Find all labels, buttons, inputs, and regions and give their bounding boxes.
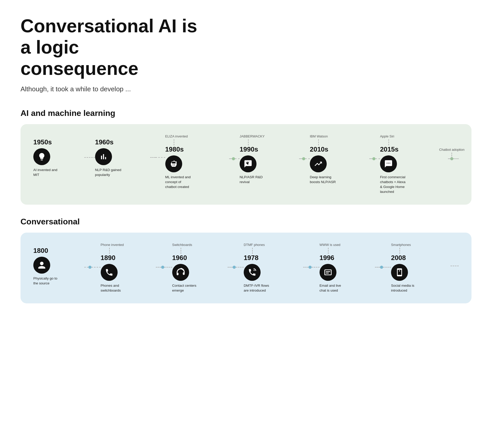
cv-node-1800: x 1800 Physically go to the source: [33, 243, 84, 293]
cv-above-2008: Smartphones: [391, 243, 411, 254]
ai-year-1980: 1980s: [165, 145, 184, 153]
ai-icon-1980: [165, 155, 182, 172]
cv-icon-1960: [172, 264, 189, 281]
cv-year-1996: 1996: [320, 254, 334, 262]
ai-node-1980: ELIZA invented 1980s ML invented and con…: [165, 134, 229, 194]
conv-timeline-box: x 1800 Physically go to the source: [20, 233, 471, 303]
cv-year-1960: 1960: [172, 254, 187, 262]
ai-desc-2010: Deep learning boosts NLP/ASR: [310, 175, 338, 185]
cv-desc-1978: DMTF-IVR flows are introduced: [244, 283, 272, 293]
ai-above-label-1990: JABBERWACKY: [240, 134, 265, 145]
cv-desc-1800: Physically go to the source: [33, 276, 61, 286]
ai-above-label-1960: x: [95, 134, 97, 138]
conv-timeline: x 1800 Physically go to the source: [33, 243, 459, 293]
cv-smart-label: Smartphones: [391, 243, 411, 247]
cv-spacer-3: [228, 243, 244, 293]
ai-chatbot-label: Chatbot adoption: [439, 148, 465, 152]
cv-above-1960: Switchboards: [172, 243, 192, 254]
ai-section: AI and machine learning x 1950s AI inven…: [20, 108, 471, 205]
cv-spacer-5: [375, 243, 391, 293]
cv-icon-1996: [320, 264, 336, 281]
ai-year-1950: 1950s: [33, 138, 52, 146]
cv-above-1890: Phone invented: [101, 243, 124, 254]
ai-icon-2010: [310, 155, 327, 172]
svg-point-2: [399, 270, 400, 271]
cv-desc-1890: Phones and switchboards: [101, 283, 129, 293]
ai-desc-1990: NLP/ASR R&D revival: [240, 175, 268, 185]
cv-node-1890: Phone invented 1890 Phones and switchboa…: [101, 243, 156, 293]
cv-above-1996: WWW is used: [320, 243, 341, 254]
ai-above-label-2010: IBM Watson: [310, 134, 328, 145]
ai-icon-2015: [380, 155, 397, 172]
ai-jabber-label: JABBERWACKY: [240, 134, 265, 138]
cv-icon-1978: [244, 264, 261, 281]
cv-desc-1996: Email and live chat is used: [320, 283, 348, 293]
cv-desc-1960: Contact centers emerge: [172, 283, 200, 293]
cv-icon-1800: [33, 257, 50, 274]
ai-timeline-box: x 1950s AI invented and MIT: [20, 124, 471, 205]
ai-above-label-1980: ELIZA invented: [165, 134, 188, 145]
ai-above-label-1950: x: [33, 134, 35, 138]
ai-section-title: AI and machine learning: [20, 108, 471, 118]
ai-icon-1950: [33, 148, 50, 165]
cv-year-1890: 1890: [101, 254, 116, 262]
ai-siri-label: Apple Siri: [380, 134, 394, 138]
cv-year-2008: 2008: [391, 254, 406, 262]
ai-node-1990: JABBERWACKY 1990s NLP/ASR R&D revival: [240, 134, 299, 194]
ai-spacer-1: [84, 134, 95, 194]
ai-spacer-5: [369, 134, 380, 194]
cv-above-1978: DTMF phones: [244, 243, 265, 254]
ai-desc-1980: ML invented and concept of chatbot creat…: [165, 175, 193, 190]
ai-ibm-label: IBM Watson: [310, 134, 328, 138]
cv-dtmf-label: DTMF phones: [244, 243, 265, 247]
cv-year-1800: 1800: [33, 247, 48, 255]
cv-spacer-1: [84, 243, 100, 293]
cv-node-1960: Switchboards 1960 Contact centers emerge: [172, 243, 228, 293]
cv-phone-label: Phone invented: [101, 243, 124, 247]
cv-desc-2008: Social media is introduced: [391, 283, 419, 293]
cv-www-label: WWW is used: [320, 243, 341, 247]
cv-node-2008: Smartphones 2008 Social media is introdu…: [391, 243, 450, 293]
ai-desc-2015: First commercial chatbots + Alexa & Goog…: [380, 175, 408, 194]
svg-rect-1: [326, 273, 329, 273]
svg-rect-0: [326, 271, 330, 272]
ai-spacer-2: [150, 134, 165, 194]
ai-node-2015: Apple Siri 2015s First commercial chatbo…: [380, 134, 448, 194]
conv-section-title: Conversational: [20, 217, 471, 226]
ai-node-1960: x 1960s NLP R&D gained popularity: [95, 134, 150, 194]
ai-desc-1950: AI invented and MIT: [33, 168, 61, 177]
cv-year-1978: 1978: [244, 254, 259, 262]
ai-year-1960: 1960s: [95, 138, 114, 146]
cv-node-1996: WWW is used 1996 Email and live chat is …: [320, 243, 375, 293]
ai-icon-1990: [240, 155, 257, 172]
ai-eliza-label: ELIZA invented: [165, 134, 188, 138]
cv-spacer-2: [156, 243, 172, 293]
ai-spacer-4: [299, 134, 310, 194]
cv-switch-label: Switchboards: [172, 243, 192, 247]
cv-spacer-4: [303, 243, 319, 293]
page-title: Conversational AI is a logic consequence: [20, 15, 200, 79]
page-subtitle: Although, it took a while to develop ...: [20, 85, 471, 93]
ai-above-label-2015: Apple Siri: [380, 134, 394, 145]
ai-timeline: x 1950s AI invented and MIT: [33, 134, 459, 194]
conv-section: Conversational x 1800 Physically go to t…: [20, 217, 471, 303]
cv-node-1978: DTMF phones 1978 DMTF-IVR flows are intr…: [244, 243, 303, 293]
ai-node-1950: x 1950s AI invented and MIT: [33, 134, 84, 194]
ai-desc-1960: NLP R&D gained popularity: [95, 168, 123, 177]
cv-spacer-6: [450, 243, 459, 293]
ai-year-2010: 2010s: [310, 145, 328, 153]
ai-icon-1960: [95, 148, 112, 165]
ai-node-2010: IBM Watson 2010s Deep learning boosts NL…: [310, 134, 369, 194]
cv-icon-1890: [101, 264, 118, 281]
ai-year-2015: 2015s: [380, 145, 398, 153]
cv-above-1800: x: [33, 243, 35, 247]
ai-spacer-6: Chatbot adoption: [448, 134, 459, 194]
ai-spacer-3: [229, 134, 240, 194]
cv-icon-2008: [391, 264, 408, 281]
ai-year-1990: 1990s: [240, 145, 258, 153]
